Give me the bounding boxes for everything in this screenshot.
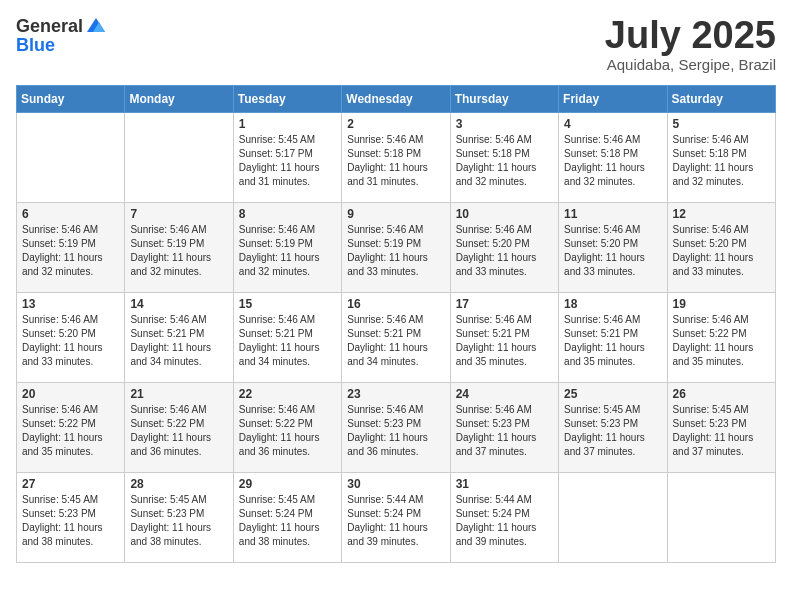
calendar-cell: 8Sunrise: 5:46 AMSunset: 5:19 PMDaylight… (233, 203, 341, 293)
calendar-cell (667, 473, 775, 563)
calendar-week-row: 6Sunrise: 5:46 AMSunset: 5:19 PMDaylight… (17, 203, 776, 293)
weekday-header-friday: Friday (559, 86, 667, 113)
day-info: Sunrise: 5:46 AMSunset: 5:18 PMDaylight:… (347, 133, 444, 189)
weekday-header-sunday: Sunday (17, 86, 125, 113)
logo-icon (85, 14, 107, 36)
calendar-cell: 20Sunrise: 5:46 AMSunset: 5:22 PMDayligh… (17, 383, 125, 473)
calendar-week-row: 13Sunrise: 5:46 AMSunset: 5:20 PMDayligh… (17, 293, 776, 383)
calendar-cell (559, 473, 667, 563)
day-number: 4 (564, 117, 661, 131)
calendar-cell: 22Sunrise: 5:46 AMSunset: 5:22 PMDayligh… (233, 383, 341, 473)
day-number: 27 (22, 477, 119, 491)
calendar-cell: 25Sunrise: 5:45 AMSunset: 5:23 PMDayligh… (559, 383, 667, 473)
day-number: 12 (673, 207, 770, 221)
day-info: Sunrise: 5:45 AMSunset: 5:23 PMDaylight:… (564, 403, 661, 459)
day-info: Sunrise: 5:46 AMSunset: 5:22 PMDaylight:… (673, 313, 770, 369)
day-info: Sunrise: 5:46 AMSunset: 5:23 PMDaylight:… (456, 403, 553, 459)
calendar-cell: 29Sunrise: 5:45 AMSunset: 5:24 PMDayligh… (233, 473, 341, 563)
calendar-cell: 12Sunrise: 5:46 AMSunset: 5:20 PMDayligh… (667, 203, 775, 293)
calendar-cell: 1Sunrise: 5:45 AMSunset: 5:17 PMDaylight… (233, 113, 341, 203)
day-info: Sunrise: 5:46 AMSunset: 5:21 PMDaylight:… (456, 313, 553, 369)
weekday-header-row: SundayMondayTuesdayWednesdayThursdayFrid… (17, 86, 776, 113)
calendar-cell: 2Sunrise: 5:46 AMSunset: 5:18 PMDaylight… (342, 113, 450, 203)
day-info: Sunrise: 5:46 AMSunset: 5:20 PMDaylight:… (22, 313, 119, 369)
day-info: Sunrise: 5:46 AMSunset: 5:22 PMDaylight:… (239, 403, 336, 459)
month-title: July 2025 (605, 16, 776, 54)
logo-text-general: General (16, 17, 83, 35)
day-info: Sunrise: 5:46 AMSunset: 5:20 PMDaylight:… (456, 223, 553, 279)
calendar-cell: 24Sunrise: 5:46 AMSunset: 5:23 PMDayligh… (450, 383, 558, 473)
day-number: 1 (239, 117, 336, 131)
day-info: Sunrise: 5:46 AMSunset: 5:18 PMDaylight:… (564, 133, 661, 189)
day-number: 10 (456, 207, 553, 221)
weekday-header-thursday: Thursday (450, 86, 558, 113)
day-info: Sunrise: 5:45 AMSunset: 5:23 PMDaylight:… (22, 493, 119, 549)
day-number: 19 (673, 297, 770, 311)
calendar-cell: 13Sunrise: 5:46 AMSunset: 5:20 PMDayligh… (17, 293, 125, 383)
calendar-cell: 11Sunrise: 5:46 AMSunset: 5:20 PMDayligh… (559, 203, 667, 293)
calendar-cell: 5Sunrise: 5:46 AMSunset: 5:18 PMDaylight… (667, 113, 775, 203)
day-number: 20 (22, 387, 119, 401)
page-header: General Blue July 2025 Aquidaba, Sergipe… (16, 16, 776, 73)
day-info: Sunrise: 5:46 AMSunset: 5:19 PMDaylight:… (239, 223, 336, 279)
day-number: 30 (347, 477, 444, 491)
day-info: Sunrise: 5:45 AMSunset: 5:24 PMDaylight:… (239, 493, 336, 549)
calendar-cell: 23Sunrise: 5:46 AMSunset: 5:23 PMDayligh… (342, 383, 450, 473)
day-number: 7 (130, 207, 227, 221)
calendar-cell: 18Sunrise: 5:46 AMSunset: 5:21 PMDayligh… (559, 293, 667, 383)
calendar-cell: 28Sunrise: 5:45 AMSunset: 5:23 PMDayligh… (125, 473, 233, 563)
calendar-cell: 7Sunrise: 5:46 AMSunset: 5:19 PMDaylight… (125, 203, 233, 293)
day-info: Sunrise: 5:45 AMSunset: 5:23 PMDaylight:… (130, 493, 227, 549)
calendar-table: SundayMondayTuesdayWednesdayThursdayFrid… (16, 85, 776, 563)
day-info: Sunrise: 5:46 AMSunset: 5:21 PMDaylight:… (130, 313, 227, 369)
title-block: July 2025 Aquidaba, Sergipe, Brazil (605, 16, 776, 73)
day-number: 9 (347, 207, 444, 221)
day-info: Sunrise: 5:46 AMSunset: 5:21 PMDaylight:… (239, 313, 336, 369)
day-info: Sunrise: 5:45 AMSunset: 5:17 PMDaylight:… (239, 133, 336, 189)
day-info: Sunrise: 5:46 AMSunset: 5:19 PMDaylight:… (130, 223, 227, 279)
day-number: 24 (456, 387, 553, 401)
weekday-header-monday: Monday (125, 86, 233, 113)
day-number: 15 (239, 297, 336, 311)
weekday-header-saturday: Saturday (667, 86, 775, 113)
calendar-cell: 19Sunrise: 5:46 AMSunset: 5:22 PMDayligh… (667, 293, 775, 383)
calendar-week-row: 27Sunrise: 5:45 AMSunset: 5:23 PMDayligh… (17, 473, 776, 563)
day-number: 5 (673, 117, 770, 131)
day-info: Sunrise: 5:44 AMSunset: 5:24 PMDaylight:… (456, 493, 553, 549)
day-info: Sunrise: 5:46 AMSunset: 5:23 PMDaylight:… (347, 403, 444, 459)
calendar-cell: 30Sunrise: 5:44 AMSunset: 5:24 PMDayligh… (342, 473, 450, 563)
day-number: 18 (564, 297, 661, 311)
day-info: Sunrise: 5:46 AMSunset: 5:20 PMDaylight:… (673, 223, 770, 279)
day-info: Sunrise: 5:46 AMSunset: 5:22 PMDaylight:… (22, 403, 119, 459)
calendar-week-row: 20Sunrise: 5:46 AMSunset: 5:22 PMDayligh… (17, 383, 776, 473)
calendar-cell: 16Sunrise: 5:46 AMSunset: 5:21 PMDayligh… (342, 293, 450, 383)
day-number: 31 (456, 477, 553, 491)
calendar-cell: 6Sunrise: 5:46 AMSunset: 5:19 PMDaylight… (17, 203, 125, 293)
calendar-cell: 4Sunrise: 5:46 AMSunset: 5:18 PMDaylight… (559, 113, 667, 203)
day-number: 13 (22, 297, 119, 311)
calendar-cell: 14Sunrise: 5:46 AMSunset: 5:21 PMDayligh… (125, 293, 233, 383)
day-number: 21 (130, 387, 227, 401)
calendar-cell: 31Sunrise: 5:44 AMSunset: 5:24 PMDayligh… (450, 473, 558, 563)
day-info: Sunrise: 5:44 AMSunset: 5:24 PMDaylight:… (347, 493, 444, 549)
day-number: 6 (22, 207, 119, 221)
calendar-cell: 26Sunrise: 5:45 AMSunset: 5:23 PMDayligh… (667, 383, 775, 473)
day-number: 25 (564, 387, 661, 401)
day-number: 2 (347, 117, 444, 131)
day-number: 22 (239, 387, 336, 401)
day-number: 14 (130, 297, 227, 311)
calendar-cell: 10Sunrise: 5:46 AMSunset: 5:20 PMDayligh… (450, 203, 558, 293)
day-info: Sunrise: 5:45 AMSunset: 5:23 PMDaylight:… (673, 403, 770, 459)
weekday-header-wednesday: Wednesday (342, 86, 450, 113)
day-info: Sunrise: 5:46 AMSunset: 5:22 PMDaylight:… (130, 403, 227, 459)
calendar-cell: 21Sunrise: 5:46 AMSunset: 5:22 PMDayligh… (125, 383, 233, 473)
calendar-cell: 3Sunrise: 5:46 AMSunset: 5:18 PMDaylight… (450, 113, 558, 203)
day-info: Sunrise: 5:46 AMSunset: 5:21 PMDaylight:… (347, 313, 444, 369)
day-info: Sunrise: 5:46 AMSunset: 5:19 PMDaylight:… (22, 223, 119, 279)
calendar-cell (17, 113, 125, 203)
day-info: Sunrise: 5:46 AMSunset: 5:21 PMDaylight:… (564, 313, 661, 369)
calendar-cell: 15Sunrise: 5:46 AMSunset: 5:21 PMDayligh… (233, 293, 341, 383)
day-info: Sunrise: 5:46 AMSunset: 5:19 PMDaylight:… (347, 223, 444, 279)
calendar-cell: 9Sunrise: 5:46 AMSunset: 5:19 PMDaylight… (342, 203, 450, 293)
day-info: Sunrise: 5:46 AMSunset: 5:18 PMDaylight:… (673, 133, 770, 189)
